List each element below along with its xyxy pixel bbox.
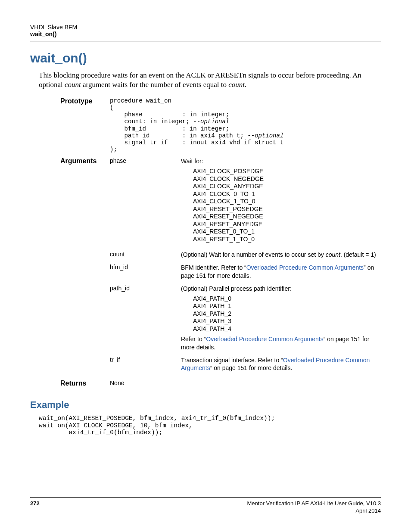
proto-comment-2: --optional xyxy=(247,132,283,139)
arg-phase: phase Wait for: AXI4_CLOCK_POSEDGE AXI4_… xyxy=(110,157,381,246)
arg-count: count (Optional) Wait for a number of ev… xyxy=(110,251,381,258)
proto-code-2: bfm_id : in integer; path_id : in axi4_p… xyxy=(110,125,247,139)
arg-bfm-id: bfm_id BFM identifier. Refer to “Overloa… xyxy=(110,264,381,279)
arg-path-id-lead: (Optional) Parallel process path identif… xyxy=(181,285,381,292)
header-section: wait_on() xyxy=(30,31,381,37)
arg-bfm-id-name: bfm_id xyxy=(110,264,181,271)
returns-label: Returns xyxy=(60,380,110,387)
arg-count-name: count xyxy=(110,251,181,258)
arg-path-id-name: path_id xyxy=(110,285,181,292)
arg-path-id-enums: AXI4_PATH_0 AXI4_PATH_1 AXI4_PATH_2 AXI4… xyxy=(193,295,381,333)
header-chapter: VHDL Slave BFM xyxy=(30,24,381,31)
arg-path-id-desc-1: Refer to “ xyxy=(181,336,206,342)
link-overloaded-1[interactable]: Overloaded Procedure Common Arguments xyxy=(246,264,364,271)
arg-tr-if-desc-2: ” on page 151 for more details. xyxy=(210,364,293,371)
arguments-row: Arguments phase Wait for: AXI4_CLOCK_POS… xyxy=(60,157,381,377)
intro-text-3: . xyxy=(245,81,246,89)
proto-comment-1: --optional xyxy=(193,118,229,125)
arg-phase-enums: AXI4_CLOCK_POSEDGE AXI4_CLOCK_NEGEDGE AX… xyxy=(193,168,381,243)
arg-path-id: path_id (Optional) Parallel process path… xyxy=(110,285,381,351)
arg-tr-if-desc: Transaction signal interface. Refer to “… xyxy=(181,356,381,372)
arg-tr-if: tr_if Transaction signal interface. Refe… xyxy=(110,356,381,372)
arg-tr-if-desc-1: Transaction signal interface. Refer to “ xyxy=(181,357,283,364)
arg-count-desc-2: . (default = 1) xyxy=(340,251,376,258)
arg-phase-desc: Wait for: xyxy=(181,157,381,165)
arg-count-desc-italic: count xyxy=(326,251,340,258)
prototype-label: Prototype xyxy=(60,97,110,105)
arg-count-desc: (Optional) Wait for a number of events t… xyxy=(181,251,381,258)
intro-text-2: argument waits for the number of events … xyxy=(81,81,228,89)
proto-code-3: signal tr_if : inout axi4_vhd_if_struct_… xyxy=(110,139,283,153)
arg-bfm-id-desc-1: BFM identifier. Refer to “ xyxy=(181,264,246,271)
page-title: wait_on() xyxy=(30,51,381,65)
header-divider xyxy=(30,41,381,41)
arg-count-desc-1: (Optional) Wait for a number of events t… xyxy=(181,251,326,258)
link-overloaded-2[interactable]: Overloaded Procedure Common Arguments xyxy=(206,336,323,342)
example-heading: Example xyxy=(30,399,381,411)
arguments-label: Arguments xyxy=(60,157,110,165)
returns-row: Returns None xyxy=(60,380,381,387)
footer-divider xyxy=(30,497,381,498)
page-header: VHDL Slave BFM wait_on() xyxy=(30,24,381,37)
example-code: wait_on(AXI_RESET_POSEDGE, bfm_index, ax… xyxy=(39,415,381,436)
footer-page-number: 272 xyxy=(30,500,40,515)
arg-path-id-refer: Refer to “Overloaded Procedure Common Ar… xyxy=(181,335,381,351)
intro-italic-1: count xyxy=(65,81,81,89)
prototype-row: Prototype procedure wait_on ( phase : in… xyxy=(60,97,381,153)
intro-italic-2: count xyxy=(228,81,245,89)
footer-date: April 2014 xyxy=(247,507,381,515)
returns-value: None xyxy=(110,380,181,386)
arg-tr-if-name: tr_if xyxy=(110,356,181,363)
page-footer: 272 Mentor Verification IP AE AXI4-Lite … xyxy=(30,497,381,515)
footer-doc-title: Mentor Verification IP AE AXI4-Lite User… xyxy=(247,500,381,507)
intro-paragraph: This blocking procedure waits for an eve… xyxy=(39,71,381,90)
arg-phase-name: phase xyxy=(110,157,181,164)
prototype-code: procedure wait_on ( phase : in integer; … xyxy=(110,97,381,153)
arg-bfm-id-desc: BFM identifier. Refer to “Overloaded Pro… xyxy=(181,264,381,279)
